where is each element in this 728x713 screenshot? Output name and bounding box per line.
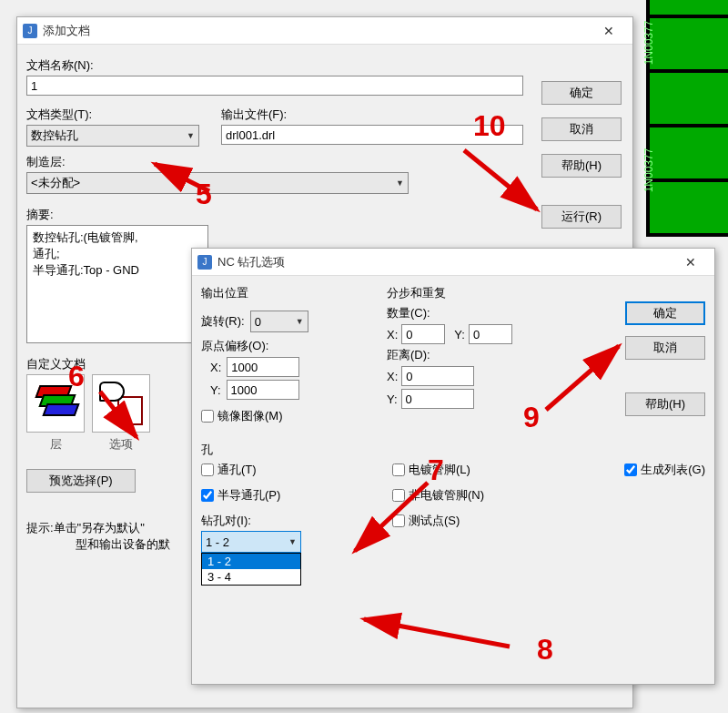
through-check-input[interactable] xyxy=(201,463,214,476)
y-label: Y: xyxy=(210,383,221,397)
doc-type-value: 数控钻孔 xyxy=(31,127,78,144)
testpoint-check-input[interactable] xyxy=(392,514,405,527)
nonplated-label: 非电镀管脚(N) xyxy=(409,487,484,504)
chevron-down-icon: ▼ xyxy=(288,537,297,546)
options-icon xyxy=(99,382,143,425)
hole-group: 孔 通孔(T) 半导通孔(P) 钻孔对(I): 1 - 2 xyxy=(201,442,705,553)
run-button[interactable]: 运行(R) xyxy=(541,205,622,229)
doc-type-select[interactable]: 数控钻孔 ▼ xyxy=(26,125,199,147)
output-file-input[interactable] xyxy=(221,125,523,145)
drill-pair-select[interactable]: 1 - 2 ▼ xyxy=(201,531,301,553)
chevron-down-icon: ▼ xyxy=(296,317,304,326)
count-y-input[interactable] xyxy=(469,324,512,344)
count-x-input[interactable] xyxy=(401,324,445,344)
summary-line: 数控钻孔:(电镀管脚, xyxy=(33,229,202,246)
drill-pair-value: 1 - 2 xyxy=(206,535,229,549)
testpoint-checkbox[interactable]: 测试点(S) xyxy=(392,513,538,529)
drill-pair-dropdown-list: 1 - 2 3 - 4 xyxy=(201,553,301,586)
output-position-legend: 输出位置 xyxy=(201,285,248,301)
ok-button[interactable]: 确定 xyxy=(625,301,705,325)
dialog1-titlebar: J 添加文档 ✕ xyxy=(17,17,632,45)
app-icon: J xyxy=(23,24,37,38)
fab-layer-label: 制造层: xyxy=(26,154,523,170)
x-label: X: xyxy=(387,370,398,383)
doc-name-input[interactable] xyxy=(26,76,523,96)
layers-button[interactable] xyxy=(26,374,85,433)
cancel-button[interactable]: 取消 xyxy=(625,336,705,360)
count-label: 数量(C): xyxy=(387,306,430,320)
mirror-check-input[interactable] xyxy=(201,410,214,423)
plated-checkbox[interactable]: 电镀管脚(L) xyxy=(392,462,538,478)
step-repeat-legend: 分步和重复 xyxy=(387,285,446,301)
mirror-label: 镜像图像(M) xyxy=(217,408,283,424)
plated-check-input[interactable] xyxy=(392,463,405,476)
app-icon: J xyxy=(197,255,212,270)
summary-line: 半导通孔:Top - GND xyxy=(33,262,202,279)
drill-pair-option[interactable]: 1 - 2 xyxy=(202,554,300,569)
fab-layer-value: <未分配> xyxy=(31,175,80,191)
y-label: Y: xyxy=(454,328,465,341)
doc-type-label: 文档类型(T): xyxy=(26,107,208,123)
dialog2-titlebar: J NC 钻孔选项 ✕ xyxy=(192,249,714,276)
doc-name-label: 文档名称(N): xyxy=(26,57,523,74)
summary-label: 摘要: xyxy=(26,207,523,223)
through-checkbox[interactable]: 通孔(T) xyxy=(201,462,365,478)
drill-pair-option[interactable]: 3 - 4 xyxy=(202,569,300,585)
ok-button[interactable]: 确定 xyxy=(541,81,622,105)
dist-x-input[interactable] xyxy=(401,366,474,386)
preview-button[interactable]: 预览选择(P) xyxy=(26,469,136,493)
cancel-button[interactable]: 取消 xyxy=(541,117,622,141)
chevron-down-icon: ▼ xyxy=(187,131,195,140)
output-position-group: 输出位置 旋转(R): 0 ▼ 原点偏移(O): X: Y: xyxy=(201,285,374,425)
rotate-select[interactable]: 0 ▼ xyxy=(250,311,308,332)
origin-x-input[interactable] xyxy=(227,357,299,377)
rotate-value: 0 xyxy=(255,315,261,329)
partial-through-check-input[interactable] xyxy=(201,489,214,502)
x-label: X: xyxy=(210,361,221,374)
hole-legend: 孔 xyxy=(201,442,213,458)
origin-y-input[interactable] xyxy=(227,380,299,400)
x-label: X: xyxy=(387,328,398,341)
layers-btn-label: 层 xyxy=(26,436,85,453)
close-icon[interactable]: ✕ xyxy=(591,18,627,44)
pcb-text: 1N00377 xyxy=(643,21,656,66)
plated-label: 电镀管脚(L) xyxy=(409,462,470,478)
pcb-text-2: 1N00377 xyxy=(643,148,656,193)
chevron-down-icon: ▼ xyxy=(396,178,404,188)
through-label: 通孔(T) xyxy=(217,462,257,478)
fab-layer-select[interactable]: <未分配> ▼ xyxy=(26,172,409,194)
output-file-label: 输出文件(F): xyxy=(221,107,523,123)
origin-offset-label: 原点偏移(O): xyxy=(201,339,268,352)
dist-y-input[interactable] xyxy=(401,389,474,409)
options-button[interactable] xyxy=(92,374,150,433)
layers-icon xyxy=(34,382,77,425)
y-label: Y: xyxy=(387,392,398,406)
step-repeat-group: 分步和重复 数量(C): X: Y: 距离(D): X: Y: xyxy=(387,285,551,412)
nonplated-checkbox[interactable]: 非电镀管脚(N) xyxy=(392,487,538,504)
drill-pair-label: 钻孔对(I): xyxy=(201,513,365,529)
options-btn-label: 选项 xyxy=(92,436,150,453)
dialog2-title: NC 钻孔选项 xyxy=(217,254,672,270)
partial-through-label: 半导通孔(P) xyxy=(217,487,280,504)
gen-list-check-input[interactable] xyxy=(624,463,637,476)
testpoint-label: 测试点(S) xyxy=(409,513,460,529)
summary-line: 通孔; xyxy=(33,246,202,262)
partial-through-checkbox[interactable]: 半导通孔(P) xyxy=(201,487,365,504)
nonplated-check-input[interactable] xyxy=(392,489,405,502)
pcb-background xyxy=(646,0,728,237)
help-button[interactable]: 帮助(H) xyxy=(541,154,622,178)
nc-drill-options-dialog: J NC 钻孔选项 ✕ 输出位置 旋转(R): 0 ▼ 原点偏移(O): X: xyxy=(191,248,715,685)
summary-box[interactable]: 数控钻孔:(电镀管脚, 通孔; 半导通孔:Top - GND xyxy=(26,225,208,343)
help-button[interactable]: 帮助(H) xyxy=(625,392,705,416)
mirror-checkbox[interactable]: 镜像图像(M) xyxy=(201,408,283,424)
gen-list-checkbox[interactable]: 生成列表(G) xyxy=(624,462,705,478)
dialog1-title: 添加文档 xyxy=(43,23,591,39)
close-icon[interactable]: ✕ xyxy=(672,250,709,275)
gen-list-label: 生成列表(G) xyxy=(641,462,705,478)
distance-label: 距离(D): xyxy=(387,348,430,362)
rotate-label: 旋转(R): xyxy=(201,313,245,330)
